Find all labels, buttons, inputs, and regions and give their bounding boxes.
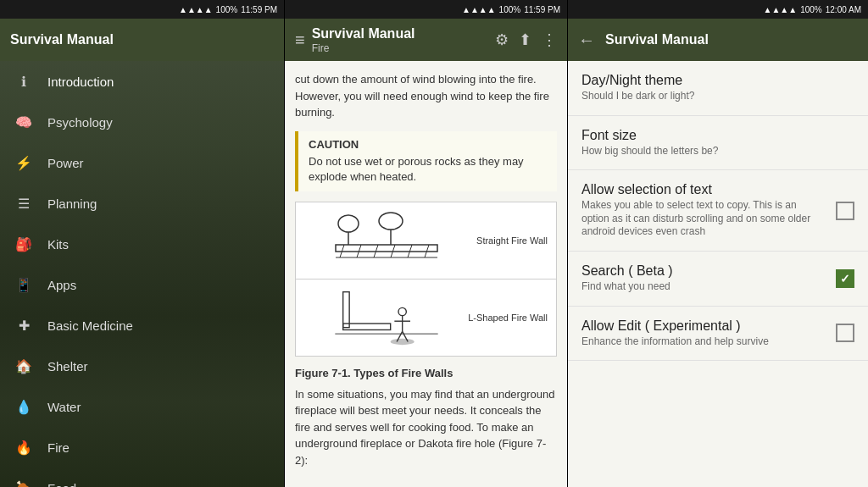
fire-wall-1: Straight Fire Wall — [296, 202, 556, 279]
font-size-description: How big should the letters be? — [581, 145, 854, 158]
sidebar-item-psychology[interactable]: 🧠 Psychology — [0, 102, 284, 142]
allow-edit-description: Enhance the information and help survive — [581, 335, 826, 349]
nav-title: Survival Manual — [10, 32, 114, 47]
power-icon: ⚡ — [14, 152, 34, 173]
day-night-theme-title: Day/Night theme — [581, 73, 854, 88]
sidebar-item-basic-medicine[interactable]: ✚ Basic Medicine — [0, 305, 284, 346]
fire-wall-2: L-Shaped Fire Wall — [296, 279, 556, 356]
day-night-theme-text: Day/Night theme Should I be dark or ligh… — [581, 73, 854, 103]
sidebar-item-water[interactable]: 💧 Water — [0, 386, 284, 427]
introduction-icon: ℹ — [14, 71, 34, 91]
caution-title: CAUTION — [309, 138, 547, 151]
signal-icon: ▲▲▲▲ — [764, 5, 798, 14]
search-beta-title: Search ( Beta ) — [581, 263, 826, 279]
svg-point-14 — [398, 307, 406, 315]
settings-item-day-night-theme: Day/Night theme Should I be dark or ligh… — [568, 61, 868, 116]
shelter-icon: 🏠 — [14, 356, 34, 376]
status-bar-nav: ▲▲▲▲ 100% 11:59 PM — [0, 0, 284, 19]
nav-panel: ▲▲▲▲ 100% 11:59 PM Survival Manual ℹ Int… — [0, 0, 284, 487]
sidebar-item-label: Power — [47, 156, 84, 170]
status-bar-content: ▲▲▲▲ 100% 11:59 PM — [285, 0, 567, 19]
svg-point-2 — [379, 213, 403, 230]
body-text: In some situations, you may find that an… — [295, 386, 557, 469]
svg-rect-12 — [342, 292, 348, 328]
settings-icon[interactable]: ⚙ — [495, 30, 509, 49]
content-panel: ▲▲▲▲ 100% 11:59 PM ≡ Survival Manual Fir… — [284, 0, 568, 487]
font-size-title: Font size — [581, 128, 854, 143]
allow-edit-checkbox[interactable] — [836, 324, 854, 342]
psychology-icon: 🧠 — [14, 112, 34, 132]
search-beta-description: Find what you need — [581, 280, 826, 294]
time-display: 11:59 PM — [241, 5, 277, 14]
settings-item-search-beta[interactable]: Search ( Beta ) Find what you need — [568, 252, 868, 307]
content-subtitle: Fire — [312, 42, 488, 54]
settings-header: ← Survival Manual — [568, 19, 868, 61]
menu-icon[interactable]: ≡ — [295, 30, 305, 50]
settings-item-font-size: Font size How big should the letters be? — [568, 116, 868, 171]
svg-rect-4 — [336, 245, 437, 252]
sidebar-item-introduction[interactable]: ℹ Introduction — [0, 61, 284, 102]
more-icon[interactable]: ⋮ — [542, 30, 557, 49]
search-beta-text: Search ( Beta ) Find what you need — [581, 263, 826, 294]
sidebar-item-label: Introduction — [47, 75, 114, 89]
sidebar-item-planning[interactable]: ☰ Planning — [0, 183, 284, 224]
fire-walls-container: Straight Fire Wall — [295, 202, 557, 357]
nav-header: Survival Manual — [0, 19, 284, 61]
sidebar-item-label: Water — [47, 400, 81, 414]
content-title: Survival Manual — [312, 25, 488, 42]
settings-title: Survival Manual — [605, 32, 709, 47]
allow-edit-title: Allow Edit ( Experimental ) — [581, 318, 826, 334]
time-display: 11:59 PM — [524, 5, 560, 14]
settings-item-allow-edit[interactable]: Allow Edit ( Experimental ) Enhance the … — [568, 307, 868, 362]
header-actions: ⚙ ⬆ ⋮ — [495, 30, 557, 49]
sidebar-item-label: Basic Medicine — [47, 318, 133, 333]
settings-panel: ▲▲▲▲ 100% 12:00 AM ← Survival Manual Day… — [568, 0, 868, 487]
basic-medicine-icon: ✚ — [14, 315, 34, 335]
allow-selection-description: Makes you able to select text to copy. T… — [581, 199, 826, 239]
kits-icon: 🎒 — [14, 234, 34, 254]
planning-icon: ☰ — [14, 193, 34, 213]
caution-box: CAUTION Do not use wet or porous rocks a… — [295, 131, 557, 191]
sidebar-item-fire[interactable]: 🔥 Fire — [0, 427, 284, 468]
signal-icon: ▲▲▲▲ — [179, 5, 213, 14]
svg-point-19 — [390, 339, 414, 345]
allow-selection-text: Allow selection of text Makes you able t… — [581, 182, 826, 239]
battery-status: 100% — [216, 5, 238, 14]
share-icon[interactable]: ⬆ — [519, 30, 531, 49]
font-size-text: Font size How big should the letters be? — [581, 128, 854, 158]
sidebar-item-power[interactable]: ⚡ Power — [0, 142, 284, 183]
content-header: ≡ Survival Manual Fire ⚙ ⬆ ⋮ — [285, 19, 567, 61]
fire-wall-1-label: Straight Fire Wall — [476, 235, 548, 246]
allow-edit-text: Allow Edit ( Experimental ) Enhance the … — [581, 318, 826, 349]
search-beta-checkbox[interactable] — [836, 269, 854, 288]
figure-title: Figure 7-1. Types of Fire Walls — [295, 367, 557, 379]
water-icon: 💧 — [14, 396, 34, 417]
sidebar-item-apps[interactable]: 📱 Apps — [0, 264, 284, 305]
l-shaped-fire-wall-drawing — [304, 288, 468, 347]
settings-item-allow-selection[interactable]: Allow selection of text Makes you able t… — [568, 170, 868, 252]
day-night-theme-description: Should I be dark or light? — [581, 90, 854, 103]
sidebar-item-shelter[interactable]: 🏠 Shelter — [0, 346, 284, 386]
battery-status: 100% — [800, 5, 822, 14]
signal-icon: ▲▲▲▲ — [462, 5, 496, 14]
status-bar-settings: ▲▲▲▲ 100% 12:00 AM — [568, 0, 868, 19]
sidebar-item-label: Kits — [47, 237, 69, 252]
allow-selection-checkbox[interactable] — [836, 202, 854, 220]
apps-icon: 📱 — [14, 274, 34, 295]
settings-body: Day/Night theme Should I be dark or ligh… — [568, 61, 868, 487]
food-icon: 🍖 — [14, 478, 34, 487]
intro-text: cut down the amount of wind blowing into… — [295, 71, 557, 121]
sidebar-item-kits[interactable]: 🎒 Kits — [0, 224, 284, 264]
caution-text: Do not use wet or porous rocks as they m… — [309, 154, 547, 185]
back-button[interactable]: ← — [578, 30, 595, 50]
sidebar-item-label: Psychology — [47, 115, 113, 130]
header-titles: Survival Manual Fire — [312, 25, 488, 53]
sidebar-item-food[interactable]: 🍖 Food — [0, 468, 284, 487]
nav-list: ℹ Introduction 🧠 Psychology ⚡ Power ☰ Pl… — [0, 61, 284, 487]
sidebar-item-label: Fire — [47, 440, 70, 455]
content-body: cut down the amount of wind blowing into… — [285, 61, 567, 487]
battery-status: 100% — [499, 5, 521, 14]
allow-selection-title: Allow selection of text — [581, 182, 826, 197]
fire-icon: 🔥 — [14, 437, 34, 457]
sidebar-item-label: Shelter — [47, 359, 88, 374]
